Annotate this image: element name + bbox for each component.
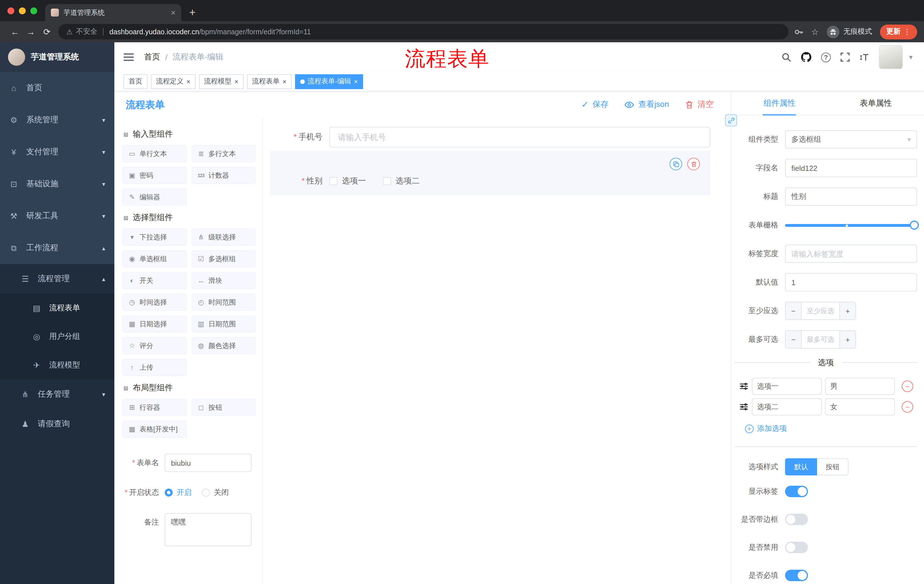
link-icon[interactable] xyxy=(725,114,737,126)
default-value-input[interactable] xyxy=(785,273,917,291)
increase-button[interactable]: + xyxy=(839,302,855,319)
fullscreen-icon[interactable] xyxy=(840,53,850,62)
tag-home[interactable]: 首页 xyxy=(124,74,147,89)
option-value-input[interactable] xyxy=(825,378,895,395)
palette-item-radio-group[interactable]: ◉单选框组 xyxy=(122,250,187,267)
title-input[interactable] xyxy=(785,188,917,206)
sidebar-item-payment-management[interactable]: ¥ 支付管理 ▾ xyxy=(0,136,114,168)
password-key-icon[interactable] xyxy=(794,27,803,36)
window-zoom-button[interactable] xyxy=(30,7,37,14)
add-option-button[interactable]: + 添加选项 xyxy=(745,423,787,434)
palette-item-single-line-text[interactable]: ▭单行文本 xyxy=(122,145,187,162)
avatar[interactable] xyxy=(879,45,903,69)
new-tab-button[interactable]: + xyxy=(189,7,196,18)
tag-close-icon[interactable]: × xyxy=(282,78,287,85)
style-button-button[interactable]: 按钮 xyxy=(817,458,848,475)
palette-item-button[interactable]: ◻按钮 xyxy=(191,399,256,416)
view-json-button[interactable]: 查看json xyxy=(625,99,669,110)
tab-form-props[interactable]: 表单属性 xyxy=(828,91,924,115)
checkbox-box[interactable] xyxy=(383,177,391,185)
clear-button[interactable]: 清空 xyxy=(685,99,714,110)
window-close-button[interactable] xyxy=(7,7,14,14)
tag-process-definition[interactable]: 流程定义 × xyxy=(151,74,196,89)
form-grid-slider[interactable] xyxy=(785,216,917,234)
option-value-input[interactable] xyxy=(825,398,895,415)
tab-component-props[interactable]: 组件属性 xyxy=(731,91,828,115)
sidebar-item-process-management[interactable]: ☰ 流程管理 ▴ xyxy=(0,264,114,294)
remove-option-button[interactable]: − xyxy=(902,380,913,392)
max-select-value[interactable]: 最多可选 xyxy=(802,331,839,348)
palette-item-editor[interactable]: ✎编辑器 xyxy=(122,189,187,206)
address-bar[interactable]: ⚠ 不安全 dashboard.yudao.iocoder.cn /bpm/ma… xyxy=(58,24,788,39)
gender-option-1[interactable]: 选项一 xyxy=(329,176,366,186)
phone-input[interactable] xyxy=(329,127,710,147)
palette-item-multi-line-text[interactable]: ≣多行文本 xyxy=(191,145,256,162)
remove-option-button[interactable]: − xyxy=(902,401,913,413)
status-radio-off[interactable]: 关闭 xyxy=(202,487,229,498)
palette-item-switch[interactable]: ◐开关 xyxy=(122,272,187,289)
palette-item-row-container[interactable]: ⊞行容器 xyxy=(122,399,187,416)
tag-close-icon[interactable]: × xyxy=(186,78,190,85)
decrease-button[interactable]: − xyxy=(785,302,802,319)
back-icon[interactable]: ← xyxy=(7,27,23,36)
palette-item-cascader[interactable]: ⋔级联选择 xyxy=(191,229,256,246)
security-label[interactable]: 不安全 xyxy=(76,27,97,36)
phone-field[interactable]: *手机号 xyxy=(270,127,710,147)
sidebar-item-home[interactable]: ⌂ 首页 xyxy=(0,72,114,104)
required-toggle[interactable] xyxy=(785,570,808,581)
sidebar-item-user-group[interactable]: ◎ 用户分组 xyxy=(0,322,114,351)
palette-item-time-range[interactable]: ◴时间范围 xyxy=(191,294,256,311)
sidebar-item-process-form[interactable]: ▤ 流程表单 xyxy=(0,294,114,322)
checkbox-box[interactable] xyxy=(329,177,337,185)
browser-menu-icon[interactable]: ⋮ xyxy=(903,28,911,36)
decrease-button[interactable]: − xyxy=(785,331,802,348)
window-minimize-button[interactable] xyxy=(19,7,26,14)
avatar-caret-icon[interactable]: ▾ xyxy=(909,53,912,61)
sidebar-item-task-management[interactable]: ⋔ 任务管理 ▾ xyxy=(0,380,114,409)
component-type-select[interactable]: 多选框组 ▾ xyxy=(785,130,917,148)
label-width-input[interactable] xyxy=(785,245,917,263)
gender-field-selected[interactable]: *性别 选项一 选项二 xyxy=(270,151,710,196)
palette-item-date-picker[interactable]: ▦日期选择 xyxy=(122,316,187,332)
search-icon[interactable] xyxy=(782,52,791,62)
sidebar-item-system-management[interactable]: ⚙ 系统管理 ▾ xyxy=(0,104,114,136)
reload-icon[interactable]: ⟳ xyxy=(39,26,55,37)
option-name-input[interactable] xyxy=(752,378,822,395)
palette-item-date-range[interactable]: ▥日期范围 xyxy=(191,316,256,332)
palette-item-upload[interactable]: ↑上传 xyxy=(122,359,187,376)
status-radio-on[interactable]: 开启 xyxy=(165,487,191,498)
font-size-icon[interactable] xyxy=(860,53,869,61)
show-label-toggle[interactable] xyxy=(785,486,808,497)
tab-close-icon[interactable]: × xyxy=(171,8,175,16)
increase-button[interactable]: + xyxy=(839,331,855,348)
border-toggle[interactable] xyxy=(785,514,808,525)
slider-handle[interactable] xyxy=(910,220,919,230)
save-button[interactable]: ✓ 保存 xyxy=(581,99,608,110)
hamburger-icon[interactable] xyxy=(124,53,134,62)
help-icon[interactable]: ? xyxy=(821,52,831,62)
tag-process-model[interactable]: 流程模型 × xyxy=(199,74,244,89)
option-drag-handle-icon[interactable] xyxy=(739,402,749,411)
form-remark-textarea[interactable]: 嘿嘿 xyxy=(165,513,252,546)
palette-item-slider[interactable]: ↔滑块 xyxy=(191,272,256,289)
palette-item-select[interactable]: ▾下拉选择 xyxy=(122,229,187,246)
delete-component-button[interactable] xyxy=(687,158,700,170)
browser-tab[interactable]: 芋道管理系统 × xyxy=(45,4,181,21)
palette-item-color-picker[interactable]: ◍颜色选择 xyxy=(191,337,256,354)
github-icon[interactable] xyxy=(801,52,811,62)
sidebar-item-workflow[interactable]: ⧉ 工作流程 ▴ xyxy=(0,232,114,264)
tag-close-icon[interactable]: × xyxy=(234,78,238,85)
palette-item-table[interactable]: ▩表格[开发中] xyxy=(122,421,187,438)
breadcrumb-home[interactable]: 首页 xyxy=(144,52,160,62)
option-drag-handle-icon[interactable] xyxy=(739,382,749,391)
min-select-value[interactable]: 至少应选 xyxy=(802,302,839,319)
palette-item-counter[interactable]: 123计数器 xyxy=(191,167,256,184)
sidebar-item-process-model[interactable]: ✈ 流程模型 xyxy=(0,351,114,380)
tag-close-icon[interactable]: × xyxy=(354,78,358,85)
gender-option-2[interactable]: 选项二 xyxy=(383,176,420,186)
tag-process-form[interactable]: 流程表单 × xyxy=(247,74,292,89)
form-name-input[interactable] xyxy=(165,454,252,472)
palette-item-time-picker[interactable]: ◷时间选择 xyxy=(122,294,187,311)
copy-component-button[interactable] xyxy=(670,158,682,170)
field-name-input[interactable] xyxy=(785,159,917,177)
